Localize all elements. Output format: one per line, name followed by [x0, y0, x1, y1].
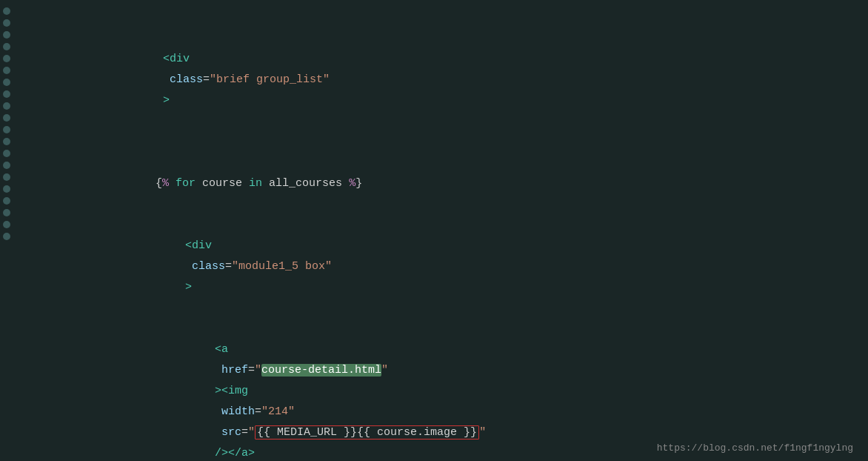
sidebar-dot-4 — [3, 43, 10, 50]
code-line-3 — [28, 132, 853, 153]
code-line-6: <a href="course-detail.html" ><img width… — [28, 319, 853, 461]
code-line-2: <div class="brief group_list" > — [28, 28, 853, 132]
sidebar-dot-1 — [3, 7, 10, 15]
editor-container: <div class="brief group_list" > {% for c… — [0, 0, 868, 461]
sidebar-dot-14 — [3, 162, 10, 169]
sidebar-dot-3 — [3, 31, 10, 39]
sidebar-dot-7 — [3, 79, 10, 86]
sidebar-dot-16 — [3, 185, 10, 193]
sidebar-dot-17 — [3, 197, 10, 205]
sidebar-dot-2 — [3, 19, 10, 27]
sidebar-dot-13 — [3, 150, 10, 157]
sidebar-dot-9 — [3, 102, 10, 110]
sidebar-dot-8 — [3, 90, 10, 98]
code-line-1 — [28, 7, 853, 28]
sidebar-dot-11 — [3, 126, 10, 133]
left-sidebar — [0, 0, 13, 461]
watermark: https://blog.csdn.net/f1ngf1ngylng — [657, 442, 853, 454]
sidebar-dot-12 — [3, 138, 10, 145]
sidebar-dot-20 — [3, 233, 10, 240]
sidebar-dot-5 — [3, 55, 10, 62]
sidebar-dot-19 — [3, 221, 10, 228]
sidebar-dot-10 — [3, 114, 10, 122]
code-line-5: <div class="module1_5 box" > — [28, 215, 853, 319]
code-line-4: {% for course in all_courses %} — [28, 153, 853, 215]
sidebar-dot-18 — [3, 209, 10, 216]
code-area: <div class="brief group_list" > {% for c… — [13, 0, 868, 461]
sidebar-dot-6 — [3, 67, 10, 74]
sidebar-dot-15 — [3, 173, 10, 181]
